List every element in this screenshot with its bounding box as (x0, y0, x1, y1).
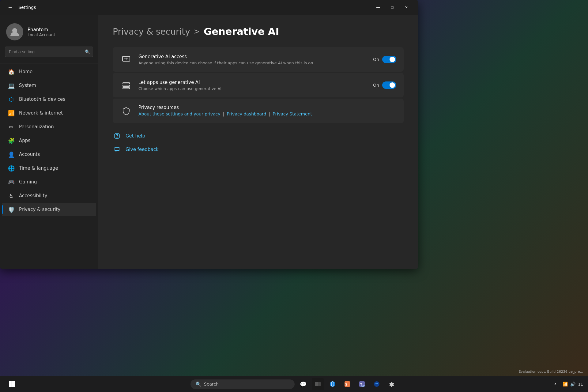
sidebar-item-network[interactable]: 📶 Network & internet (2, 106, 96, 120)
sidebar-item-accounts[interactable]: 👤 Accounts (2, 148, 96, 161)
give-feedback-link[interactable]: Give feedback (113, 145, 404, 154)
taskbar: 🔍 Search 💬 S T (0, 376, 588, 392)
taskbar-search-icon: 🔍 (195, 381, 202, 387)
ai-access-title: Generative AI access (138, 54, 367, 59)
svg-rect-12 (315, 382, 318, 386)
apps-ai-text: Let apps use generative AI Choose which … (138, 80, 367, 91)
user-name: Phantom (28, 27, 55, 32)
sidebar-item-home[interactable]: 🏠 Home (2, 65, 96, 78)
sidebar: Phantom Local Account 🔍 🏠 Home 💻 System (0, 15, 98, 269)
generative-ai-access-card: Generative AI access Anyone using this d… (113, 47, 404, 72)
sidebar-item-apps[interactable]: 🧩 Apps (2, 134, 96, 147)
sidebar-item-accounts-label: Accounts (19, 152, 40, 157)
ai-access-subtitle: Anyone using this device can choose if t… (138, 61, 367, 65)
accounts-icon: 👤 (8, 151, 15, 158)
gaming-icon: 🎮 (8, 179, 15, 185)
privacy-icon: 🛡️ (8, 206, 15, 213)
give-feedback-label: Give feedback (126, 147, 159, 152)
sidebar-item-time[interactable]: 🌐 Time & language (2, 161, 96, 175)
apps-ai-title: Let apps use generative AI (138, 80, 367, 85)
ai-access-text: Generative AI access Anyone using this d… (138, 54, 367, 65)
svg-text:S: S (345, 383, 348, 386)
user-info: Phantom Local Account (28, 27, 55, 37)
taskbar-search-text: Search (204, 382, 219, 386)
taskbar-app-chat[interactable]: 💬 (297, 378, 309, 390)
breadcrumb-parent[interactable]: Privacy & security (113, 27, 190, 37)
svg-rect-8 (12, 381, 15, 384)
taskbar-app-files[interactable] (312, 378, 324, 390)
window-title: Settings (18, 5, 36, 10)
svg-rect-3 (123, 85, 130, 86)
main-content: Privacy & security > Generative AI Gener… (98, 15, 418, 269)
system-icon: 💻 (8, 82, 15, 89)
about-settings-link[interactable]: About these settings and your privacy (138, 111, 221, 116)
sidebar-item-gaming-label: Gaming (19, 179, 37, 185)
time-icon: 🌐 (8, 165, 15, 172)
taskbar-app-teams[interactable]: T NEW (356, 378, 368, 390)
apps-ai-toggle[interactable] (382, 81, 396, 89)
start-button[interactable] (5, 378, 19, 390)
avatar (6, 23, 23, 40)
personalization-icon: ✏️ (8, 123, 15, 130)
breadcrumb-separator: > (194, 27, 200, 36)
bluetooth-icon: ⬡ (8, 96, 15, 103)
sidebar-item-bluetooth-label: Bluetooth & devices (19, 96, 65, 102)
get-help-label: Get help (126, 133, 145, 139)
minimize-button[interactable]: — (371, 2, 385, 12)
ai-access-icon (120, 53, 132, 66)
apps-icon: 🧩 (8, 137, 15, 144)
accessibility-icon: ♿ (8, 192, 15, 199)
svg-rect-7 (9, 381, 12, 384)
nav-divider (0, 63, 98, 63)
sidebar-item-personalization[interactable]: ✏️ Personalization (2, 120, 96, 134)
sidebar-item-home-label: Home (19, 69, 32, 74)
taskbar-left (5, 378, 19, 390)
taskbar-right: ∧ 📶 🔊 11 (550, 378, 583, 390)
taskbar-app-copilot[interactable] (371, 378, 383, 390)
search-icon-button[interactable]: 🔍 (85, 49, 90, 54)
privacy-sep-2: | (269, 111, 270, 116)
taskbar-app-settings[interactable] (385, 378, 398, 390)
privacy-statement-link[interactable]: Privacy Statement (273, 111, 312, 116)
taskbar-app-browser[interactable] (326, 378, 339, 390)
svg-rect-10 (12, 384, 15, 387)
ai-access-toggle[interactable] (382, 56, 396, 63)
svg-point-6 (117, 138, 117, 138)
sidebar-item-accessibility[interactable]: ♿ Accessibility (2, 189, 96, 202)
apps-ai-icon (120, 79, 132, 91)
svg-rect-4 (123, 88, 130, 89)
help-section: Get help Give feedback (113, 132, 404, 154)
sidebar-item-apps-label: Apps (19, 138, 30, 143)
system-tray-expand[interactable]: ∧ (550, 378, 560, 390)
sidebar-item-gaming[interactable]: 🎮 Gaming (2, 175, 96, 189)
get-help-link[interactable]: Get help (113, 132, 404, 140)
privacy-resources-text: Privacy resources About these settings a… (138, 105, 396, 116)
breadcrumb: Privacy & security > Generative AI (113, 26, 404, 37)
privacy-resources-title: Privacy resources (138, 105, 396, 110)
close-button[interactable]: ✕ (399, 2, 413, 12)
network-icon: 📶 (8, 110, 15, 116)
sidebar-item-personalization-label: Personalization (19, 124, 54, 130)
apps-ai-subtitle: Choose which apps can use generative AI (138, 86, 367, 91)
sidebar-item-network-label: Network & internet (19, 110, 63, 116)
privacy-dashboard-link[interactable]: Privacy dashboard (227, 111, 266, 116)
taskbar-app-store[interactable]: S (341, 378, 353, 390)
sidebar-item-accessibility-label: Accessibility (19, 193, 47, 198)
eval-notice: Evaluation copy. Build 26236.ge_pre... (518, 370, 583, 374)
back-button[interactable]: ← (5, 3, 15, 12)
nav-menu: 🏠 Home 💻 System ⬡ Bluetooth & devices 📶 … (0, 65, 98, 217)
maximize-button[interactable]: □ (385, 2, 399, 12)
time-display: 11 (578, 382, 583, 386)
svg-text:NEW: NEW (361, 385, 365, 387)
sidebar-item-bluetooth[interactable]: ⬡ Bluetooth & devices (2, 92, 96, 106)
privacy-sep-1: | (223, 111, 224, 116)
taskbar-center: 🔍 Search 💬 S T (190, 378, 398, 390)
sidebar-item-system[interactable]: 💻 System (2, 79, 96, 92)
volume-icon: 🔊 (570, 382, 575, 386)
search-input[interactable] (5, 47, 93, 57)
taskbar-search[interactable]: 🔍 Search (190, 379, 295, 389)
window-titlebar: ← Settings — □ ✕ (0, 0, 418, 15)
svg-rect-9 (9, 384, 12, 387)
sidebar-item-privacy[interactable]: 🛡️ Privacy & security (2, 203, 96, 216)
get-help-icon (113, 132, 121, 140)
